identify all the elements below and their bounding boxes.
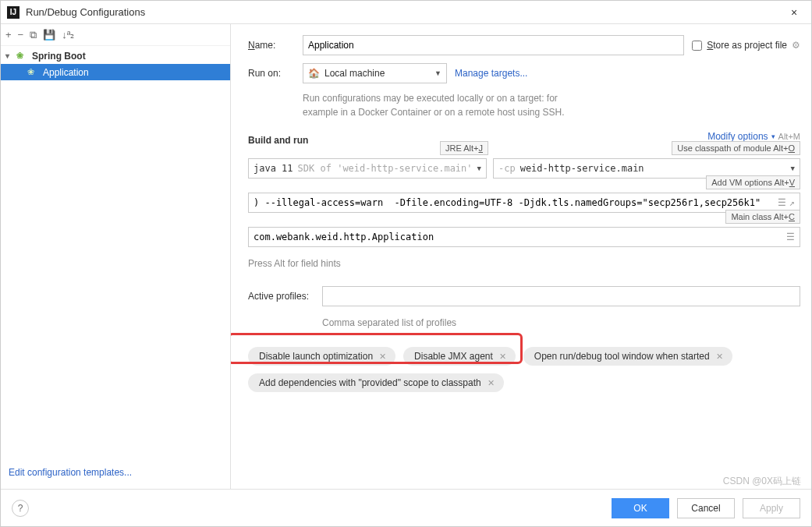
tree-root-spring-boot[interactable]: ▾ ❀ Spring Boot bbox=[1, 48, 230, 64]
tag-open-tool-window[interactable]: Open run/debug tool window when started✕ bbox=[523, 347, 732, 366]
spring-boot-icon: ❀ bbox=[27, 67, 40, 77]
close-icon[interactable]: ✕ bbox=[488, 378, 495, 388]
chevron-down-icon: ▼ bbox=[477, 164, 481, 172]
mainclass-hint: Main class Alt+C bbox=[725, 210, 800, 224]
save-config-icon[interactable]: 💾 bbox=[43, 29, 55, 41]
sdk-name: java 11 bbox=[254, 163, 293, 174]
history-icon[interactable]: ☰ bbox=[778, 197, 786, 208]
tag-disable-launch-opt[interactable]: Disable launch optimization✕ bbox=[248, 347, 395, 366]
modify-options-link[interactable]: Modify options ▾ Alt+M bbox=[707, 131, 800, 142]
runon-value: Local machine bbox=[324, 68, 385, 79]
chevron-down-icon: ▼ bbox=[434, 69, 441, 77]
build-title: Build and run bbox=[248, 135, 308, 146]
name-row: Name: Store as project file ⚙ bbox=[248, 35, 800, 55]
runon-info: Run configurations may be executed local… bbox=[303, 91, 800, 119]
tree-item-application[interactable]: ❀ Application bbox=[1, 64, 230, 80]
tag-disable-jmx[interactable]: Disable JMX agent✕ bbox=[403, 347, 516, 366]
cp-prefix: -cp bbox=[498, 163, 516, 174]
vm-options-row: Add VM options Alt+V ☰ ↗ bbox=[248, 193, 800, 213]
close-icon[interactable]: ✕ bbox=[716, 352, 723, 362]
tree-root-label: Spring Boot bbox=[32, 51, 86, 62]
titlebar: IJ Run/Debug Configurations × bbox=[1, 1, 811, 24]
footer: ? OK Cancel Apply bbox=[1, 489, 811, 526]
main-class-input[interactable] bbox=[254, 232, 786, 242]
gear-icon[interactable]: ⚙ bbox=[792, 40, 800, 51]
options-tags: Disable launch optimization✕ Disable JMX… bbox=[248, 347, 800, 392]
cancel-button[interactable]: Cancel bbox=[677, 498, 735, 518]
store-label: Store as project file bbox=[707, 40, 787, 51]
app-icon: IJ bbox=[7, 6, 20, 19]
field-hints: Press Alt for field hints bbox=[248, 258, 800, 269]
home-icon: 🏠 bbox=[308, 68, 320, 79]
remove-config-icon[interactable]: − bbox=[18, 29, 24, 41]
dialog-title: Run/Debug Configurations bbox=[26, 6, 783, 18]
addvm-hint: Add VM options Alt+V bbox=[706, 175, 800, 189]
ok-button[interactable]: OK bbox=[612, 498, 669, 518]
close-icon[interactable]: ✕ bbox=[499, 352, 506, 362]
profiles-hint: Comma separated list of profiles bbox=[322, 317, 800, 328]
store-row: Store as project file ⚙ bbox=[692, 40, 800, 51]
vm-options-input[interactable] bbox=[254, 197, 778, 208]
jre-hint: JRE Alt+J bbox=[440, 141, 488, 155]
runon-row: Run on: 🏠 Local machine ▼ Manage targets… bbox=[248, 63, 800, 83]
chevron-down-icon: ▾ bbox=[771, 133, 775, 140]
runon-label: Run on: bbox=[248, 68, 295, 79]
close-icon[interactable]: × bbox=[783, 6, 805, 19]
sdk-combo[interactable]: java 11 SDK of 'weid-http-service.main' … bbox=[248, 158, 487, 179]
main-class-row: Main class Alt+C ☰ bbox=[248, 227, 800, 247]
spring-boot-icon: ❀ bbox=[16, 51, 29, 61]
expand-icon[interactable]: ↗ bbox=[789, 197, 795, 208]
main-area: + − ⧉ 💾 ↓ª₂ ▾ ❀ Spring Boot ❀ Applicatio… bbox=[1, 24, 811, 489]
content-panel: Name: Store as project file ⚙ Run on: 🏠 … bbox=[231, 24, 811, 489]
profiles-row: Active profiles: bbox=[248, 286, 800, 306]
browse-icon[interactable]: ☰ bbox=[786, 232, 795, 242]
add-config-icon[interactable]: + bbox=[5, 29, 12, 41]
manage-targets-link[interactable]: Manage targets... bbox=[455, 68, 527, 79]
name-field[interactable] bbox=[303, 35, 684, 55]
profiles-input[interactable] bbox=[328, 291, 795, 302]
config-tree: ▾ ❀ Spring Boot ❀ Application bbox=[1, 46, 230, 459]
copy-config-icon[interactable]: ⧉ bbox=[30, 29, 37, 41]
cp-value: weid-http-service.main bbox=[520, 163, 644, 174]
tree-item-label: Application bbox=[43, 67, 89, 78]
store-checkbox[interactable] bbox=[692, 41, 702, 51]
help-icon[interactable]: ? bbox=[12, 500, 29, 517]
tree-expand-icon[interactable]: ▾ bbox=[5, 51, 13, 60]
name-input[interactable] bbox=[308, 40, 679, 51]
apply-button[interactable]: Apply bbox=[743, 498, 800, 518]
sdk-detail: SDK of 'weid-http-service.main' bbox=[298, 163, 473, 174]
sidebar-footer: Edit configuration templates... bbox=[1, 459, 230, 489]
classpath-hint: Use classpath of module Alt+O bbox=[672, 141, 800, 155]
edit-templates-link[interactable]: Edit configuration templates... bbox=[9, 467, 132, 478]
profiles-label: Active profiles: bbox=[248, 291, 314, 302]
main-class-field[interactable]: ☰ bbox=[248, 227, 800, 247]
vm-options-field[interactable]: ☰ ↗ bbox=[248, 193, 800, 213]
chevron-down-icon: ▼ bbox=[791, 164, 795, 172]
sort-config-icon[interactable]: ↓ª₂ bbox=[62, 29, 74, 41]
runon-combo[interactable]: 🏠 Local machine ▼ bbox=[303, 63, 447, 83]
tag-provided-deps[interactable]: Add dependencies with "provided" scope t… bbox=[248, 373, 504, 392]
sidebar-toolbar: + − ⧉ 💾 ↓ª₂ bbox=[1, 24, 230, 46]
name-label: Name: bbox=[248, 40, 295, 51]
sidebar: + − ⧉ 💾 ↓ª₂ ▾ ❀ Spring Boot ❀ Applicatio… bbox=[1, 24, 231, 489]
close-icon[interactable]: ✕ bbox=[379, 352, 386, 362]
profiles-field[interactable] bbox=[322, 286, 800, 306]
